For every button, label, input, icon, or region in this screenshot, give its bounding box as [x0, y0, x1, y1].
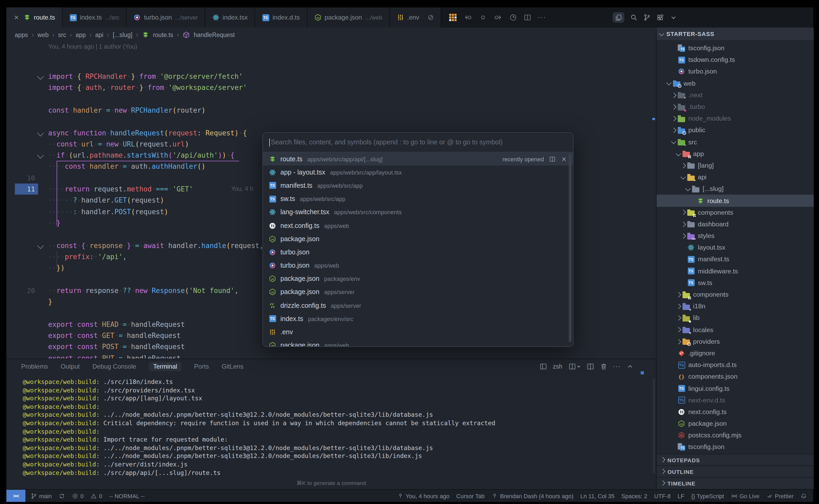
quick-open-result-package.json[interactable]: JSpackage.jsonpackages/env — [263, 272, 573, 285]
tree-folder-components[interactable]: components — [657, 207, 814, 218]
quick-open-result-next.config.ts[interactable]: next.config.tsapps/web — [263, 219, 573, 232]
columns-icon[interactable] — [587, 363, 594, 370]
tree-file-sw.ts[interactable]: TSsw.ts — [657, 277, 814, 289]
fold-chevron-icon[interactable] — [37, 242, 44, 249]
sidebar-section-outline[interactable]: OUTLINE — [657, 465, 814, 477]
status-encoding[interactable]: UTF-8 — [654, 493, 671, 499]
terminal-output[interactable]: @workspace/web:build: ./src/i18n/index.t… — [23, 378, 495, 477]
copy-files-icon[interactable] — [615, 14, 622, 21]
tree-file-turbo.json[interactable]: turbo.json — [657, 66, 814, 77]
quick-open-result-package.json[interactable]: JSpackage.jsonapps/server — [263, 286, 573, 299]
status-language-mode[interactable]: {} TypeScript — [691, 493, 724, 499]
tree-file-manifest.ts[interactable]: TSmanifest.ts — [657, 254, 814, 265]
quick-open-result-route.ts[interactable]: route.tsapps/web/src/app/api/[...slug]re… — [263, 152, 573, 166]
tree-folder-api[interactable]: +api — [657, 171, 814, 183]
more-icon[interactable]: ··· — [538, 14, 546, 21]
status-sync[interactable] — [59, 493, 65, 499]
tree-file-tsconfig.json[interactable]: TStsconfig.json — [657, 441, 814, 453]
fold-chevron-icon[interactable] — [37, 152, 44, 158]
tree-folder-.turbo[interactable]: .turbo — [657, 101, 814, 113]
tree-file-lingui.config.ts[interactable]: TSlingui.config.ts — [657, 383, 814, 394]
tree-folder-.next[interactable]: N.next — [657, 89, 814, 101]
panel-tab-output[interactable]: Output — [61, 363, 80, 370]
status-errors[interactable]: 0 — [72, 493, 84, 499]
tree-file-tsdown.config.ts[interactable]: TStsdown.config.ts — [657, 54, 814, 66]
tree-file-package.json[interactable]: JSpackage.json — [657, 418, 814, 429]
quick-open-result-app - layout.tsx[interactable]: app - layout.tsxapps/web/src/app/layout.… — [263, 166, 573, 179]
trash-icon[interactable] — [600, 363, 607, 370]
search-icon[interactable] — [630, 14, 638, 21]
quick-open-result-drizzle.config.ts[interactable]: drizzle.config.tsapps/server — [263, 299, 573, 312]
tree-folder-web[interactable]: web — [657, 77, 814, 89]
status-blame[interactable]: You, 4 hours ago — [397, 493, 450, 499]
nav-circle-icon[interactable] — [480, 14, 487, 21]
sidebar-section-timeline[interactable]: TIMELINE — [657, 477, 814, 489]
explorer-header[interactable]: STARTER-SASS — [657, 28, 814, 40]
chevron-up-icon[interactable] — [626, 363, 634, 370]
tree-file-next-env.d.ts[interactable]: TSnext-env.d.ts — [657, 394, 814, 406]
tab-index.d.ts[interactable]: TSindex.d.ts — [255, 7, 307, 28]
terminal-panel-icon[interactable] — [540, 363, 547, 370]
tree-file-components.json[interactable]: {}components.json — [657, 371, 814, 383]
quick-open-input[interactable]: Search files, content, and symbols (appe… — [263, 133, 573, 152]
tab-.env[interactable]: .env — [390, 7, 441, 28]
panel-tab-gitlens[interactable]: GitLens — [222, 363, 244, 370]
split-editor-icon[interactable] — [549, 156, 556, 162]
tree-folder-public[interactable]: public — [657, 125, 814, 136]
tree-file-auto-imports.d.ts[interactable]: TSauto-imports.d.ts — [657, 359, 814, 371]
tree-file-postcss.config.mjs[interactable]: postcss.config.mjs — [657, 429, 814, 441]
panel-tab-debug-console[interactable]: Debug Console — [92, 363, 136, 370]
more-icon[interactable]: ··· — [613, 363, 621, 370]
quick-open-result-turbo.json[interactable]: turbo.json — [263, 246, 573, 259]
tab-turbo.json[interactable]: turbo.json.../server — [127, 7, 205, 28]
tab-index.tsx[interactable]: index.tsx — [205, 7, 255, 28]
extension-grid-icon[interactable] — [450, 14, 457, 21]
status-prettier[interactable]: Prettier — [766, 493, 794, 499]
status-cursor-tab[interactable]: Cursor Tab — [456, 493, 485, 499]
tree-file-.gitignore[interactable]: .gitignore — [657, 347, 814, 359]
tab-package.json[interactable]: JSpackage.json.../web — [307, 7, 390, 28]
quick-open-result-.env[interactable]: .env — [263, 326, 573, 339]
panel-tab-ports[interactable]: Ports — [194, 363, 209, 370]
remote-indicator[interactable]: >< — [6, 490, 25, 502]
tree-folder-lib[interactable]: lib — [657, 312, 814, 324]
quick-open-result-package.json[interactable]: JSpackage.json — [263, 232, 573, 245]
split-editor-icon[interactable] — [524, 14, 532, 21]
tree-folder-[lang][interactable]: [lang] — [657, 160, 814, 171]
tree-folder-i18n[interactable]: ai18n — [657, 300, 814, 312]
tree-folder-[...slug][interactable]: [...slug] — [657, 183, 814, 195]
nav-back-icon[interactable] — [464, 14, 473, 21]
fold-chevron-icon[interactable] — [37, 73, 44, 80]
status-eol[interactable]: LF — [678, 493, 684, 499]
quick-open-result-manifest.ts[interactable]: TSmanifest.tsapps/web/src/app — [263, 179, 573, 192]
status-cursor-position[interactable]: Ln 11, Col 35 — [580, 493, 615, 499]
tree-folder-styles[interactable]: cssstyles — [657, 230, 814, 242]
extensions-icon[interactable] — [657, 14, 664, 21]
tree-folder-providers[interactable]: providers — [657, 336, 814, 347]
fold-chevron-icon[interactable] — [37, 129, 44, 136]
status-indentation[interactable]: Spaces: 2 — [621, 493, 647, 499]
chevron-down-icon[interactable] — [670, 14, 677, 21]
tab-index.ts[interactable]: TSindex.ts.../src — [62, 7, 127, 28]
run-circle-icon[interactable] — [510, 14, 517, 21]
close-icon[interactable] — [13, 14, 20, 21]
status-git-branch[interactable]: main — [31, 493, 52, 499]
tree-folder-node_modules[interactable]: node_modules — [657, 113, 814, 124]
active-view-pill[interactable] — [613, 12, 624, 23]
quick-open-result-turbo.json[interactable]: turbo.jsonapps/web — [263, 259, 573, 272]
panel-tab-terminal[interactable]: Terminal — [149, 362, 181, 371]
status-go-live[interactable]: Go Live — [731, 493, 760, 499]
quick-open-result-lang-switcher.tsx[interactable]: lang-switcher.tsxapps/web/src/components — [263, 206, 573, 219]
sidebar-section-notepads[interactable]: NOTEPADS — [657, 454, 814, 465]
tree-file-layout.tsx[interactable]: layout.tsx — [657, 242, 814, 253]
panel-tab-problems[interactable]: Problems — [21, 363, 48, 370]
source-control-icon[interactable] — [643, 14, 651, 21]
tree-folder-locales[interactable]: alocales — [657, 324, 814, 336]
close-icon[interactable] — [561, 156, 567, 162]
quick-open-result-package.json[interactable]: JSpackage.jsonapps/web — [263, 339, 573, 347]
nav-forward-icon[interactable] — [494, 14, 503, 21]
split-chevron-icon[interactable] — [568, 363, 581, 370]
shell-label[interactable]: zsh — [553, 363, 563, 370]
quick-open-result-index.ts[interactable]: TSindex.tspackages/env/src — [263, 312, 573, 326]
close-icon[interactable] — [640, 363, 647, 370]
